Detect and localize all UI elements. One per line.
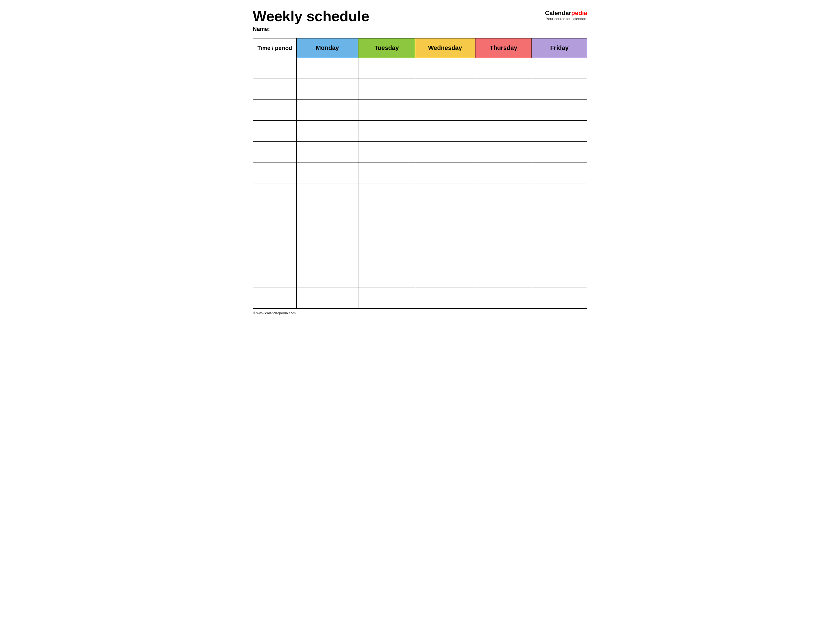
table-row xyxy=(253,79,587,99)
schedule-cell[interactable] xyxy=(297,162,358,183)
title-area: Weekly schedule Name: xyxy=(253,8,545,32)
table-row xyxy=(253,225,587,246)
schedule-cell[interactable] xyxy=(475,246,532,267)
header-wednesday: Wednesday xyxy=(415,38,475,58)
schedule-cell[interactable] xyxy=(297,225,358,246)
schedule-cell[interactable] xyxy=(532,141,587,162)
schedule-cell[interactable] xyxy=(532,225,587,246)
schedule-cell[interactable] xyxy=(415,204,475,225)
schedule-cell[interactable] xyxy=(475,267,532,288)
schedule-cell[interactable] xyxy=(475,58,532,79)
logo-pedia-part: pedia xyxy=(572,9,587,16)
table-row xyxy=(253,141,587,162)
logo-calendar-part: Calendar xyxy=(545,9,571,16)
table-row xyxy=(253,204,587,225)
schedule-cell[interactable] xyxy=(358,141,415,162)
table-row xyxy=(253,183,587,204)
schedule-cell[interactable] xyxy=(297,246,358,267)
time-cell[interactable] xyxy=(253,288,297,309)
schedule-cell[interactable] xyxy=(358,246,415,267)
schedule-cell[interactable] xyxy=(532,246,587,267)
schedule-cell[interactable] xyxy=(415,79,475,99)
schedule-table: Time / period Monday Tuesday Wednesday T… xyxy=(253,38,587,309)
header-monday: Monday xyxy=(297,38,358,58)
logo-tagline: Your source for calendars xyxy=(545,17,587,21)
time-cell[interactable] xyxy=(253,79,297,99)
schedule-cell[interactable] xyxy=(475,204,532,225)
table-row xyxy=(253,246,587,267)
schedule-cell[interactable] xyxy=(475,120,532,141)
schedule-cell[interactable] xyxy=(358,267,415,288)
schedule-cell[interactable] xyxy=(415,246,475,267)
time-cell[interactable] xyxy=(253,246,297,267)
name-label: Name: xyxy=(253,26,545,32)
schedule-cell[interactable] xyxy=(415,288,475,309)
time-cell[interactable] xyxy=(253,162,297,183)
time-cell[interactable] xyxy=(253,58,297,79)
schedule-cell[interactable] xyxy=(532,162,587,183)
time-cell[interactable] xyxy=(253,99,297,120)
schedule-cell[interactable] xyxy=(532,120,587,141)
schedule-cell[interactable] xyxy=(415,99,475,120)
schedule-cell[interactable] xyxy=(297,141,358,162)
schedule-cell[interactable] xyxy=(415,225,475,246)
schedule-cell[interactable] xyxy=(475,141,532,162)
schedule-cell[interactable] xyxy=(475,288,532,309)
table-row xyxy=(253,162,587,183)
schedule-cell[interactable] xyxy=(358,58,415,79)
time-cell[interactable] xyxy=(253,141,297,162)
schedule-cell[interactable] xyxy=(415,183,475,204)
header-tuesday: Tuesday xyxy=(358,38,415,58)
schedule-cell[interactable] xyxy=(532,99,587,120)
schedule-cell[interactable] xyxy=(532,58,587,79)
table-row xyxy=(253,99,587,120)
schedule-cell[interactable] xyxy=(297,120,358,141)
schedule-cell[interactable] xyxy=(415,58,475,79)
header-thursday: Thursday xyxy=(475,38,532,58)
table-row xyxy=(253,58,587,79)
schedule-cell[interactable] xyxy=(358,79,415,99)
schedule-cell[interactable] xyxy=(532,204,587,225)
logo-area: Calendarpedia Your source for calendars xyxy=(545,8,587,21)
schedule-cell[interactable] xyxy=(475,99,532,120)
schedule-cell[interactable] xyxy=(475,183,532,204)
schedule-cell[interactable] xyxy=(358,120,415,141)
page-title: Weekly schedule xyxy=(253,8,545,24)
schedule-cell[interactable] xyxy=(297,267,358,288)
schedule-cell[interactable] xyxy=(475,79,532,99)
table-row xyxy=(253,288,587,309)
table-row xyxy=(253,120,587,141)
schedule-cell[interactable] xyxy=(358,288,415,309)
time-cell[interactable] xyxy=(253,204,297,225)
schedule-cell[interactable] xyxy=(297,288,358,309)
time-cell[interactable] xyxy=(253,183,297,204)
schedule-cell[interactable] xyxy=(415,162,475,183)
time-cell[interactable] xyxy=(253,120,297,141)
schedule-cell[interactable] xyxy=(415,120,475,141)
schedule-cell[interactable] xyxy=(297,58,358,79)
schedule-cell[interactable] xyxy=(297,99,358,120)
time-cell[interactable] xyxy=(253,267,297,288)
schedule-cell[interactable] xyxy=(358,183,415,204)
page-wrapper: Weekly schedule Name: Calendarpedia Your… xyxy=(253,8,587,315)
schedule-cell[interactable] xyxy=(358,99,415,120)
time-cell[interactable] xyxy=(253,225,297,246)
table-row xyxy=(253,267,587,288)
schedule-cell[interactable] xyxy=(475,225,532,246)
schedule-cell[interactable] xyxy=(358,225,415,246)
schedule-cell[interactable] xyxy=(415,141,475,162)
schedule-body xyxy=(253,58,587,309)
schedule-cell[interactable] xyxy=(297,183,358,204)
schedule-cell[interactable] xyxy=(297,204,358,225)
header-section: Weekly schedule Name: Calendarpedia Your… xyxy=(253,8,587,32)
schedule-cell[interactable] xyxy=(475,162,532,183)
schedule-cell[interactable] xyxy=(358,204,415,225)
schedule-cell[interactable] xyxy=(532,79,587,99)
schedule-cell[interactable] xyxy=(415,267,475,288)
schedule-cell[interactable] xyxy=(532,267,587,288)
schedule-cell[interactable] xyxy=(532,288,587,309)
header-row: Time / period Monday Tuesday Wednesday T… xyxy=(253,38,587,58)
schedule-cell[interactable] xyxy=(532,183,587,204)
schedule-cell[interactable] xyxy=(358,162,415,183)
schedule-cell[interactable] xyxy=(297,79,358,99)
